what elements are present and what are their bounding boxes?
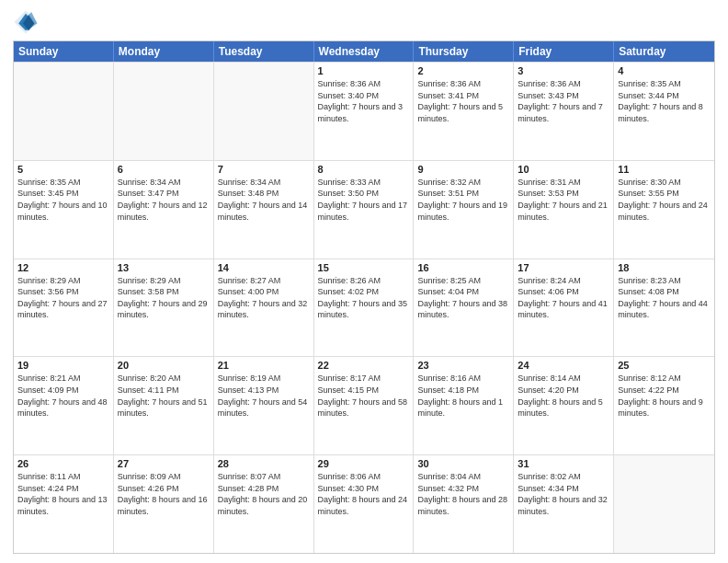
day-number: 21 [218,360,310,371]
day-number: 27 [118,458,210,469]
day-number: 8 [318,164,410,175]
day-info: Sunrise: 8:21 AM Sunset: 4:09 PM Dayligh… [17,373,109,419]
day-number: 7 [218,164,310,175]
day-number: 19 [17,360,109,371]
day-number: 31 [518,458,609,469]
day-cell-12: 12Sunrise: 8:29 AM Sunset: 3:56 PM Dayli… [14,259,114,357]
day-cell-24: 24Sunrise: 8:14 AM Sunset: 4:20 PM Dayli… [514,357,614,454]
day-info: Sunrise: 8:35 AM Sunset: 3:44 PM Dayligh… [618,78,711,124]
day-cell-20: 20Sunrise: 8:20 AM Sunset: 4:11 PM Dayli… [114,357,214,454]
day-info: Sunrise: 8:16 AM Sunset: 4:18 PM Dayligh… [417,373,509,419]
empty-cell [114,63,214,160]
day-number: 3 [518,65,609,76]
calendar-row-4: 26Sunrise: 8:11 AM Sunset: 4:24 PM Dayli… [14,454,714,553]
day-number: 4 [618,65,711,76]
day-cell-2: 2Sunrise: 8:36 AM Sunset: 3:41 PM Daylig… [414,63,514,160]
empty-cell [14,63,114,160]
day-cell-21: 21Sunrise: 8:19 AM Sunset: 4:13 PM Dayli… [214,357,314,454]
day-info: Sunrise: 8:06 AM Sunset: 4:30 PM Dayligh… [318,471,410,517]
day-number: 1 [318,65,410,76]
day-cell-6: 6Sunrise: 8:34 AM Sunset: 3:47 PM Daylig… [114,161,214,259]
day-info: Sunrise: 8:11 AM Sunset: 4:24 PM Dayligh… [17,471,109,517]
day-number: 11 [618,164,711,175]
calendar: SundayMondayTuesdayWednesdayThursdayFrid… [13,40,715,554]
day-info: Sunrise: 8:31 AM Sunset: 3:53 PM Dayligh… [518,177,609,223]
day-info: Sunrise: 8:27 AM Sunset: 4:00 PM Dayligh… [218,275,310,321]
weekday-header-saturday: Saturday [614,41,714,62]
day-cell-18: 18Sunrise: 8:23 AM Sunset: 4:08 PM Dayli… [614,259,714,357]
day-info: Sunrise: 8:09 AM Sunset: 4:26 PM Dayligh… [118,471,210,517]
calendar-row-3: 19Sunrise: 8:21 AM Sunset: 4:09 PM Dayli… [14,356,714,454]
day-number: 9 [417,164,509,175]
day-cell-19: 19Sunrise: 8:21 AM Sunset: 4:09 PM Dayli… [14,357,114,454]
day-number: 14 [218,262,310,273]
day-number: 30 [417,458,509,469]
day-number: 29 [318,458,410,469]
day-number: 13 [118,262,210,273]
day-cell-17: 17Sunrise: 8:24 AM Sunset: 4:06 PM Dayli… [514,259,614,357]
day-info: Sunrise: 8:29 AM Sunset: 3:56 PM Dayligh… [17,275,109,321]
day-info: Sunrise: 8:36 AM Sunset: 3:40 PM Dayligh… [318,78,410,124]
day-info: Sunrise: 8:14 AM Sunset: 4:20 PM Dayligh… [518,373,609,419]
day-cell-26: 26Sunrise: 8:11 AM Sunset: 4:24 PM Dayli… [14,455,114,553]
header [13,9,715,35]
day-info: Sunrise: 8:19 AM Sunset: 4:13 PM Dayligh… [218,373,310,419]
weekday-header-friday: Friday [514,41,614,62]
day-info: Sunrise: 8:20 AM Sunset: 4:11 PM Dayligh… [118,373,210,419]
day-cell-27: 27Sunrise: 8:09 AM Sunset: 4:26 PM Dayli… [114,455,214,553]
day-cell-29: 29Sunrise: 8:06 AM Sunset: 4:30 PM Dayli… [314,455,415,553]
day-number: 5 [17,164,109,175]
day-info: Sunrise: 8:02 AM Sunset: 4:34 PM Dayligh… [518,471,609,517]
day-number: 24 [518,360,609,371]
day-number: 25 [618,360,711,371]
day-info: Sunrise: 8:32 AM Sunset: 3:51 PM Dayligh… [417,177,509,223]
day-cell-31: 31Sunrise: 8:02 AM Sunset: 4:34 PM Dayli… [514,455,614,553]
day-number: 22 [318,360,410,371]
day-cell-28: 28Sunrise: 8:07 AM Sunset: 4:28 PM Dayli… [214,455,314,553]
day-info: Sunrise: 8:34 AM Sunset: 3:47 PM Dayligh… [118,177,210,223]
day-number: 2 [417,65,509,76]
day-number: 20 [118,360,210,371]
empty-cell [214,63,314,160]
day-cell-15: 15Sunrise: 8:26 AM Sunset: 4:02 PM Dayli… [314,259,415,357]
day-info: Sunrise: 8:34 AM Sunset: 3:48 PM Dayligh… [218,177,310,223]
weekday-header-wednesday: Wednesday [314,41,415,62]
day-number: 16 [417,262,509,273]
weekday-header-thursday: Thursday [414,41,514,62]
day-cell-25: 25Sunrise: 8:12 AM Sunset: 4:22 PM Dayli… [614,357,714,454]
day-cell-11: 11Sunrise: 8:30 AM Sunset: 3:55 PM Dayli… [614,161,714,259]
day-cell-9: 9Sunrise: 8:32 AM Sunset: 3:51 PM Daylig… [414,161,514,259]
logo [13,9,42,35]
day-cell-16: 16Sunrise: 8:25 AM Sunset: 4:04 PM Dayli… [414,259,514,357]
day-info: Sunrise: 8:30 AM Sunset: 3:55 PM Dayligh… [618,177,711,223]
weekday-header-tuesday: Tuesday [214,41,314,62]
day-number: 26 [17,458,109,469]
calendar-header: SundayMondayTuesdayWednesdayThursdayFrid… [14,41,714,62]
day-info: Sunrise: 8:33 AM Sunset: 3:50 PM Dayligh… [318,177,410,223]
day-number: 6 [118,164,210,175]
day-cell-8: 8Sunrise: 8:33 AM Sunset: 3:50 PM Daylig… [314,161,415,259]
calendar-row-0: 1Sunrise: 8:36 AM Sunset: 3:40 PM Daylig… [14,62,714,160]
weekday-header-sunday: Sunday [14,41,114,62]
empty-cell [614,455,714,553]
day-cell-14: 14Sunrise: 8:27 AM Sunset: 4:00 PM Dayli… [214,259,314,357]
day-cell-30: 30Sunrise: 8:04 AM Sunset: 4:32 PM Dayli… [414,455,514,553]
calendar-row-2: 12Sunrise: 8:29 AM Sunset: 3:56 PM Dayli… [14,259,714,357]
day-info: Sunrise: 8:35 AM Sunset: 3:45 PM Dayligh… [17,177,109,223]
weekday-header-monday: Monday [114,41,214,62]
day-cell-23: 23Sunrise: 8:16 AM Sunset: 4:18 PM Dayli… [414,357,514,454]
day-cell-1: 1Sunrise: 8:36 AM Sunset: 3:40 PM Daylig… [314,63,415,160]
day-number: 10 [518,164,609,175]
day-info: Sunrise: 8:07 AM Sunset: 4:28 PM Dayligh… [218,471,310,517]
day-info: Sunrise: 8:12 AM Sunset: 4:22 PM Dayligh… [618,373,711,419]
day-number: 17 [518,262,609,273]
day-info: Sunrise: 8:24 AM Sunset: 4:06 PM Dayligh… [518,275,609,321]
day-number: 12 [17,262,109,273]
day-info: Sunrise: 8:29 AM Sunset: 3:58 PM Dayligh… [118,275,210,321]
day-cell-5: 5Sunrise: 8:35 AM Sunset: 3:45 PM Daylig… [14,161,114,259]
day-cell-3: 3Sunrise: 8:36 AM Sunset: 3:43 PM Daylig… [514,63,614,160]
day-number: 15 [318,262,410,273]
calendar-row-1: 5Sunrise: 8:35 AM Sunset: 3:45 PM Daylig… [14,160,714,259]
day-cell-7: 7Sunrise: 8:34 AM Sunset: 3:48 PM Daylig… [214,161,314,259]
day-cell-10: 10Sunrise: 8:31 AM Sunset: 3:53 PM Dayli… [514,161,614,259]
